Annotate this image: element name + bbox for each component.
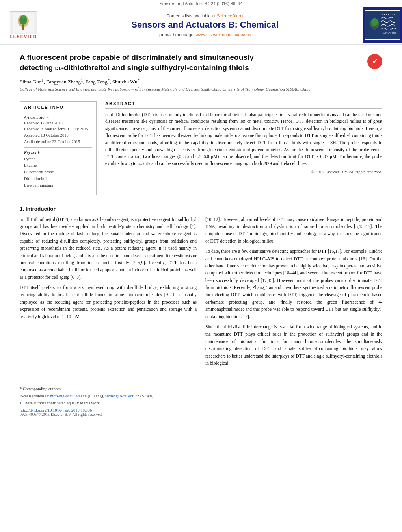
received-date: Received 17 June 2015 bbox=[24, 120, 92, 126]
email2-link[interactable]: slzhwu@scut.edu.cn bbox=[105, 394, 140, 398]
intro-para4: To date, there are a few quantitative de… bbox=[205, 248, 382, 320]
sensors-logo: SENSORS ACTUATORS bbox=[363, 7, 402, 43]
page-wrapper: Sensors and Actuators B 224 (2016) 88–94 bbox=[0, 0, 402, 532]
footnotes-area: * Corresponding authors. E-mail addresse… bbox=[0, 381, 402, 416]
sciencedirect-link[interactable]: ScienceDirect bbox=[217, 13, 244, 18]
svg-point-5 bbox=[22, 15, 25, 19]
issn-line: 0925-4005/© 2015 Elsevier B.V. All right… bbox=[20, 412, 382, 417]
journal-citation: Sensors and Actuators B 224 (2016) 88–94 bbox=[160, 1, 243, 6]
crossmark[interactable]: ✓ bbox=[367, 54, 382, 69]
authors-line: Sihua Guo1, Fangyuan Zheng1, Fang Zeng*,… bbox=[20, 78, 361, 85]
article-info-label: ARTICLE INFO bbox=[24, 105, 92, 109]
svg-rect-2 bbox=[22, 25, 24, 30]
abstract-label: ABSTRACT bbox=[105, 101, 382, 106]
accepted-date: Accepted 13 October 2015 bbox=[24, 132, 92, 139]
email1-link[interactable]: mcfzeng@scut.edu.cn bbox=[50, 394, 87, 398]
available-online-date: Available online 23 October 2015 bbox=[24, 139, 92, 145]
keywords-group: Keywords: Pyrene Excimer Fluorescent pro… bbox=[24, 150, 92, 189]
keywords-label: Keywords: bbox=[24, 150, 92, 155]
journal-top-bar: ELSEVIER Contents lists available at Sci… bbox=[0, 7, 402, 43]
intro-left-col: dl-dl-Dithiothreitol (DTT), also known a… bbox=[20, 216, 197, 370]
email-line: E-mail addresses: mcfzeng@scut.edu.cn (F… bbox=[20, 393, 382, 399]
article-title: A fluorescent probe capable of discrimin… bbox=[20, 52, 361, 73]
abstract-section: ABSTRACT dl-dl-Dithiothreitol (DTT) is u… bbox=[105, 101, 382, 174]
corresponding-note: * Corresponding authors. bbox=[20, 386, 382, 392]
copyright-line: © 2015 Elsevier B.V. All rights reserved… bbox=[105, 169, 382, 174]
intro-para5: Since the thiol-disulfide interchange is… bbox=[205, 323, 382, 367]
keyword-4: Dithiothreitol bbox=[24, 176, 92, 182]
introduction-section: 1. Introduction dl-dl-Dithiothreitol (DT… bbox=[20, 206, 382, 370]
keyword-3: Fluorescent probe bbox=[24, 169, 92, 176]
svg-point-9 bbox=[371, 18, 378, 26]
left-col: ARTICLE INFO Article history: Received 1… bbox=[20, 101, 97, 200]
keyword-5: Live cell imaging bbox=[24, 182, 92, 189]
equal-contrib-note: 1 These authors contributed equally to t… bbox=[20, 400, 382, 406]
sciencedirect-line: Contents lists available at ScienceDirec… bbox=[166, 13, 244, 18]
intro-heading: 1. Introduction bbox=[20, 206, 382, 212]
article-info-box: ARTICLE INFO Article history: Received 1… bbox=[20, 101, 97, 195]
keyword-2: Excimer bbox=[24, 162, 92, 169]
right-col: ABSTRACT dl-dl-Dithiothreitol (DTT) is u… bbox=[105, 101, 382, 200]
received-revised-date: Received in revised form 31 July 2015 bbox=[24, 126, 92, 132]
sensors-logo-box: SENSORS ACTUATORS bbox=[365, 10, 400, 40]
article-title-section: A fluorescent probe capable of discrimin… bbox=[20, 52, 382, 97]
intro-para3: [10–12]. However, abnormal levels of DTT… bbox=[205, 216, 382, 245]
article-info-abstract: ARTICLE INFO Article history: Received 1… bbox=[20, 101, 382, 200]
journal-header: Sensors and Actuators B 224 (2016) 88–94 bbox=[0, 0, 402, 45]
article-history: Article history: Received 17 June 2015 R… bbox=[24, 115, 92, 145]
doi-line: http://dx.doi.org/10.1016/j.snb.2015.10.… bbox=[20, 408, 382, 412]
elsevier-logo: ELSEVIER bbox=[0, 7, 47, 43]
homepage-line: journal homepage: www.elsevier.com/locat… bbox=[159, 32, 251, 37]
elsevier-logo-image bbox=[10, 11, 37, 34]
intro-para1: dl-dl-Dithiothreitol (DTT), also known a… bbox=[20, 216, 197, 281]
abstract-text: dl-dl-Dithiothreitol (DTT) is used mainl… bbox=[105, 111, 382, 168]
journal-title: Sensors and Actuators B: Chemical bbox=[131, 20, 278, 30]
crossmark-icon[interactable]: ✓ bbox=[367, 54, 382, 69]
intro-right-col: [10–12]. However, abnormal levels of DTT… bbox=[205, 216, 382, 370]
svg-rect-8 bbox=[374, 26, 376, 30]
intro-body-cols: dl-dl-Dithiothreitol (DTT), also known a… bbox=[20, 216, 382, 370]
intro-para2: DTT itself prefers to form a six-membere… bbox=[20, 284, 197, 320]
homepage-link[interactable]: www.elsevier.com/locate/snb bbox=[196, 32, 251, 37]
svg-text:ACTUATORS: ACTUATORS bbox=[383, 32, 396, 34]
main-content: A fluorescent probe capable of discrimin… bbox=[0, 45, 402, 374]
doi-link[interactable]: http://dx.doi.org/10.1016/j.snb.2015.10.… bbox=[20, 408, 92, 412]
keyword-1: Pyrene bbox=[24, 156, 92, 163]
history-label: Article history: bbox=[24, 115, 92, 119]
journal-top-info: Sensors and Actuators B 224 (2016) 88–94 bbox=[0, 0, 402, 7]
affiliation: College of Materials Science and Enginee… bbox=[20, 87, 361, 93]
svg-text:SENSORS: SENSORS bbox=[382, 13, 396, 16]
elsevier-brand: ELSEVIER bbox=[9, 34, 37, 39]
article-title-text: A fluorescent probe capable of discrimin… bbox=[20, 52, 361, 97]
journal-center: Contents lists available at ScienceDirec… bbox=[47, 7, 363, 43]
